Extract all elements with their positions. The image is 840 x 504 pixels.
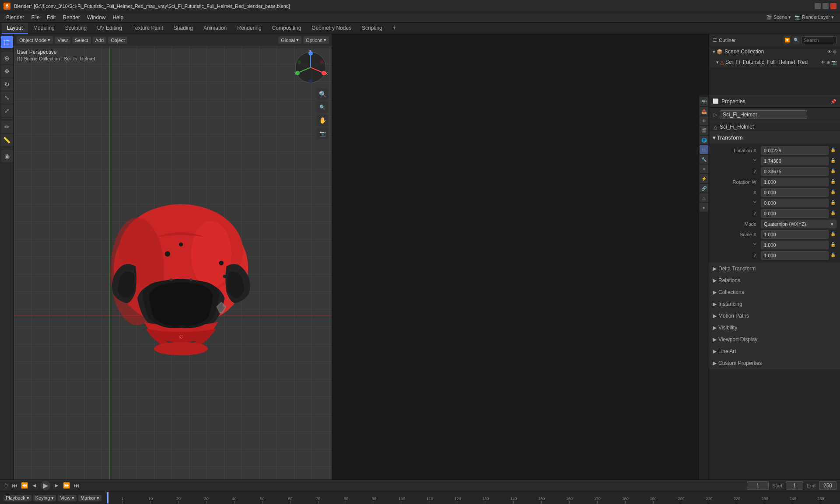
menu-edit[interactable]: Edit <box>43 14 60 21</box>
rotation-mode-select[interactable]: Quaternion (WXYZ) ▾ <box>761 220 836 228</box>
tab-rendering[interactable]: Rendering <box>232 23 266 34</box>
timeline-tick[interactable]: 90 <box>360 496 388 504</box>
tab-layout[interactable]: Layout <box>2 23 28 34</box>
scale-z-value[interactable]: 1.000 <box>761 251 829 260</box>
prop-icon-constraints[interactable]: 🔗 <box>700 184 708 192</box>
tool-cursor[interactable]: ⊕ <box>1 52 13 64</box>
prop-icon-render[interactable]: 📷 <box>700 97 708 106</box>
prop-icon-scene[interactable]: 🎬 <box>700 126 708 135</box>
timeline-tick[interactable]: 160 <box>556 496 584 504</box>
tool-transform[interactable]: ⤢ <box>1 105 13 117</box>
timeline-tick[interactable]: 220 <box>723 496 751 504</box>
outliner-filter-icon[interactable]: 🔽 <box>783 36 791 44</box>
pan-button[interactable]: ✋ <box>317 115 328 126</box>
timeline-tick[interactable]: 210 <box>695 496 723 504</box>
properties-pin[interactable]: 📌 <box>830 99 836 104</box>
location-y-lock[interactable]: 🔒 <box>830 158 836 164</box>
timeline-tick[interactable]: 40 <box>220 496 248 504</box>
tab-uv-editing[interactable]: UV Editing <box>92 23 127 34</box>
maximize-button[interactable] <box>822 3 829 9</box>
start-frame-input[interactable] <box>786 481 803 490</box>
visibility-header[interactable]: ▶ Visibility <box>709 322 840 333</box>
next-keyframe-button[interactable]: ► <box>54 482 60 489</box>
timeline-tick[interactable]: 130 <box>472 496 500 504</box>
timeline-tick[interactable]: 190 <box>639 496 667 504</box>
helmet-select-icon[interactable]: ⊕ <box>826 60 830 65</box>
tab-shading[interactable]: Shading <box>168 23 198 34</box>
rotation-x-value[interactable]: 0.000 <box>761 188 829 197</box>
tab-geometry-nodes[interactable]: Geometry Nodes <box>306 23 357 34</box>
tab-compositing[interactable]: Compositing <box>267 23 307 34</box>
camera-button[interactable]: 📷 <box>317 128 328 139</box>
timeline-tick[interactable]: 1 <box>108 496 136 504</box>
object-mode-selector[interactable]: Object Mode ▾ <box>17 36 53 44</box>
keying-menu[interactable]: Keying ▾ <box>33 495 56 501</box>
timeline-tick[interactable]: 70 <box>304 496 332 504</box>
prop-icon-particles[interactable]: ✦ <box>700 164 708 173</box>
timeline-view-menu[interactable]: View ▾ <box>58 495 77 501</box>
tool-rotate[interactable]: ↻ <box>1 78 13 91</box>
menu-file[interactable]: File <box>28 14 43 21</box>
scale-x-lock[interactable]: 🔒 <box>830 231 836 238</box>
timeline-tick[interactable]: 20 <box>164 496 192 504</box>
rotation-y-lock[interactable]: 🔒 <box>830 200 836 206</box>
prop-icon-output[interactable]: 📤 <box>700 107 708 116</box>
outliner-select-icon[interactable]: ⊕ <box>833 49 836 54</box>
tab-sculpting[interactable]: Sculpting <box>60 23 92 34</box>
object-name-input[interactable] <box>720 110 807 119</box>
menu-render[interactable]: Render <box>59 14 83 21</box>
close-button[interactable] <box>830 3 836 9</box>
helmet-object-row[interactable]: ▾ △ Sci_Fi_Futuristic_Full_Helmet_Red 👁 … <box>709 57 840 67</box>
tab-add-workspace[interactable]: + <box>388 23 401 34</box>
helmet-render-icon[interactable]: 📷 <box>831 60 836 65</box>
transform-global[interactable]: Global ▾ <box>278 36 301 44</box>
prop-icon-material[interactable]: ● <box>700 203 708 212</box>
skip-to-end-button[interactable]: ⏭ <box>74 482 79 489</box>
location-y-value[interactable]: 1.74300 <box>761 157 829 165</box>
play-button[interactable]: ▶ <box>41 481 50 490</box>
location-x-lock[interactable]: 🔒 <box>830 147 836 154</box>
prop-icon-data[interactable]: △ <box>700 193 708 202</box>
location-z-value[interactable]: 0.33675 <box>761 167 829 176</box>
menu-window[interactable]: Window <box>84 14 109 21</box>
add-menu[interactable]: Add <box>93 37 107 44</box>
timeline-tick[interactable]: 10 <box>136 496 164 504</box>
end-frame-input[interactable] <box>819 481 836 490</box>
tab-modeling[interactable]: Modeling <box>28 23 60 34</box>
outliner-visibility-icon[interactable]: 👁 <box>827 49 832 54</box>
menu-blender[interactable]: Blender <box>3 14 28 21</box>
timeline-tick[interactable]: 180 <box>611 496 639 504</box>
tool-select-box[interactable]: ⬚ <box>1 36 13 48</box>
scale-y-value[interactable]: 1.000 <box>761 241 829 249</box>
timeline-tick[interactable]: 250 <box>807 496 835 504</box>
relations-header[interactable]: ▶ Relations <box>709 275 840 286</box>
viewport-display-header[interactable]: ▶ Viewport Display <box>709 334 840 345</box>
scene-collection-row[interactable]: ▾ 📦 Scene Collection 👁 ⊕ <box>709 46 840 57</box>
menu-help[interactable]: Help <box>109 14 127 21</box>
view-menu[interactable]: View <box>55 37 70 44</box>
line-art-header[interactable]: ▶ Line Art <box>709 346 840 357</box>
tab-texture-paint[interactable]: Texture Paint <box>127 23 168 34</box>
timeline-tick[interactable]: 80 <box>332 496 360 504</box>
rotation-z-value[interactable]: 0.000 <box>761 209 829 218</box>
orientation-gizmo[interactable]: Z X Y <box>293 50 328 85</box>
scene-selector[interactable]: 🎬 Scene ▾ <box>766 14 791 20</box>
timeline-tick[interactable]: 240 <box>779 496 807 504</box>
location-x-value[interactable]: 0.00229 <box>761 146 829 155</box>
outliner-search-input[interactable] <box>802 36 836 44</box>
skip-to-start-button[interactable]: ⏮ <box>12 482 18 489</box>
tool-scale[interactable]: ⤡ <box>1 91 13 104</box>
prev-keyframe-button[interactable]: ◄ <box>32 482 37 489</box>
object-menu[interactable]: Object <box>108 37 127 44</box>
tool-add-object[interactable]: ◉ <box>1 150 13 162</box>
minimize-button[interactable] <box>815 3 821 9</box>
prev-frame-button[interactable]: ⏪ <box>21 482 28 489</box>
scale-y-lock[interactable]: 🔒 <box>830 242 836 248</box>
timeline-tick[interactable]: 170 <box>583 496 611 504</box>
viewport-3d[interactable]: User Perspective (1) Scene Collection | … <box>14 46 332 480</box>
helmet-vis-icon[interactable]: 👁 <box>821 60 825 65</box>
current-frame-input[interactable] <box>747 481 769 490</box>
playback-menu[interactable]: Playback ▾ <box>4 495 32 501</box>
timeline-tick[interactable]: 230 <box>751 496 779 504</box>
tab-animation[interactable]: Animation <box>198 23 232 34</box>
